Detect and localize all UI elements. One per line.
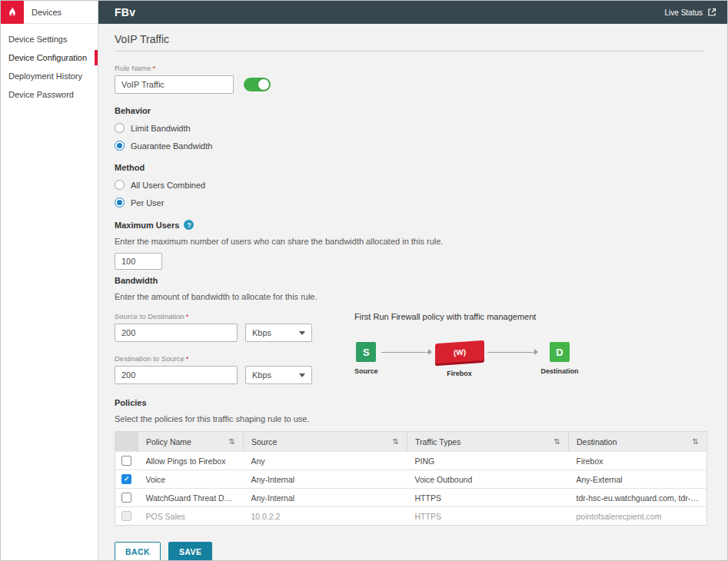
save-button[interactable]: SAVE	[168, 542, 212, 560]
cell-source: Any-Internal	[244, 489, 407, 507]
maximum-users-input[interactable]	[115, 253, 162, 270]
arrow-right-icon	[381, 342, 432, 362]
flame-icon	[6, 6, 18, 18]
sort-icon[interactable]: ⇅	[693, 437, 699, 446]
destination-to-source-label: Destination to Source*	[115, 354, 312, 363]
sort-icon[interactable]: ⇅	[393, 437, 399, 446]
source-to-destination-input[interactable]	[115, 324, 238, 342]
radio-all-users-combined[interactable]: All Users Combined	[115, 180, 705, 190]
cell-source: Any	[244, 452, 407, 470]
sidebar-item-deployment-history[interactable]: Deployment History	[1, 67, 98, 85]
column-header-source[interactable]: Source⇅	[244, 432, 407, 452]
watchguard-logo-button[interactable]	[1, 1, 24, 24]
sidebar: Devices Device Settings Device Configura…	[1, 1, 98, 560]
policy-checkbox[interactable]	[121, 493, 131, 503]
method-label: Method	[115, 163, 705, 172]
sort-icon[interactable]: ⇅	[554, 437, 560, 446]
cell-policy-name: WatchGuard Threat Detectio...	[138, 489, 244, 507]
cell-policy-name: Allow Pings to Firebox	[138, 452, 244, 470]
sidebar-item-device-configuration[interactable]: Device Configuration	[1, 48, 98, 67]
top-header-bar: FBv Live Status	[98, 1, 727, 24]
selected-unit: Kbps	[252, 370, 271, 380]
table-row: WatchGuard Threat Detectio... Any-Intern…	[115, 489, 707, 507]
radio-guarantee-bandwidth[interactable]: Guarantee Bandwidth	[115, 141, 705, 151]
source-to-destination-label: Source to Destination*	[115, 312, 312, 320]
sort-icon[interactable]: ⇅	[229, 437, 235, 446]
firebox-node: (W) Firebox	[435, 342, 484, 377]
cell-destination: tdr-hsc-eu.watchguard.com, tdr-hsc-na.wa…	[569, 489, 707, 507]
page-title: VoIP Traffic	[115, 33, 705, 45]
main-area: FBv Live Status VoIP Traffic Rule Name*	[98, 1, 727, 560]
required-marker: *	[186, 354, 189, 363]
cell-destination: pointofsalerecpient.com	[569, 507, 707, 526]
sidebar-title: Devices	[32, 8, 61, 17]
cell-source: 10.0.2.2	[244, 507, 407, 526]
table-row: POS Sales 10.0.2.2 HTTPS pointofsalerecp…	[115, 507, 707, 526]
cell-destination: Any-External	[569, 470, 707, 489]
live-status-link[interactable]: Live Status	[665, 8, 716, 17]
destination-to-source-unit-select[interactable]: Kbps	[245, 366, 312, 384]
radio-icon	[115, 198, 125, 207]
source-node-label: Source	[354, 367, 378, 375]
policies-description: Select the policies for this traffic sha…	[115, 414, 705, 423]
destination-to-source-input[interactable]	[115, 366, 238, 384]
app-window: Devices Device Settings Device Configura…	[0, 0, 728, 561]
bandwidth-label: Bandwidth	[115, 276, 705, 285]
policy-checkbox[interactable]	[121, 456, 131, 466]
destination-node: D Destination	[541, 342, 579, 375]
destination-node-label: Destination	[541, 367, 579, 375]
back-button[interactable]: BACK	[115, 542, 161, 560]
radio-per-user[interactable]: Per User	[115, 198, 705, 207]
cell-traffic-types: PING	[407, 452, 569, 470]
table-row: Voice Any-Internal Voice Outbound Any-Ex…	[115, 470, 707, 489]
firebox-icon: (W)	[435, 340, 484, 363]
content-panel: VoIP Traffic Rule Name* Behavior Limit B…	[98, 24, 727, 560]
chevron-down-icon	[299, 373, 305, 377]
radio-label: Guarantee Bandwidth	[131, 141, 212, 151]
rule-name-input[interactable]	[115, 75, 234, 94]
cell-traffic-types: HTTPS	[407, 489, 569, 507]
required-marker: *	[186, 312, 189, 320]
bandwidth-description: Enter the amount of bandwidth to allocat…	[115, 292, 705, 301]
external-link-icon	[707, 8, 716, 17]
radio-icon	[115, 141, 125, 151]
radio-label: Limit Bandwidth	[131, 124, 191, 133]
action-buttons: BACK SAVE	[115, 542, 705, 560]
rule-name-row	[115, 75, 705, 94]
policies-label: Policies	[115, 398, 705, 407]
live-status-label: Live Status	[665, 8, 703, 17]
table-header-row: Policy Name⇅ Source⇅ Traffic Types⇅ Dest…	[115, 432, 707, 452]
sidebar-item-device-settings[interactable]: Device Settings	[1, 30, 98, 48]
policy-checkbox[interactable]	[121, 511, 131, 521]
toggle-knob	[258, 79, 269, 90]
source-to-destination-unit-select[interactable]: Kbps	[245, 324, 312, 342]
source-node: S Source	[354, 342, 378, 375]
bandwidth-section: Source to Destination* Kbps Destination …	[115, 301, 705, 384]
destination-to-source-row: Kbps	[115, 366, 312, 384]
policy-checkbox[interactable]	[121, 474, 131, 484]
radio-label: All Users Combined	[131, 181, 205, 190]
arrow-right-icon	[487, 342, 538, 362]
source-square-icon: S	[356, 342, 376, 362]
firebox-node-label: Firebox	[447, 370, 472, 377]
required-marker: *	[153, 64, 156, 72]
column-header-destination[interactable]: Destination⇅	[569, 432, 707, 452]
radio-icon	[115, 180, 125, 190]
radio-limit-bandwidth[interactable]: Limit Bandwidth	[115, 123, 705, 133]
source-to-destination-row: Kbps	[115, 324, 312, 342]
cell-traffic-types: HTTPS	[407, 507, 569, 526]
rule-name-label: Rule Name*	[115, 64, 705, 72]
sidebar-item-device-password[interactable]: Device Password	[1, 85, 98, 104]
cell-source: Any-Internal	[244, 470, 407, 489]
maximum-users-label: Maximum Users ?	[115, 220, 705, 230]
divider	[115, 51, 705, 51]
radio-icon	[115, 123, 125, 133]
help-icon[interactable]: ?	[184, 220, 194, 230]
sidebar-nav: Device Settings Device Configuration Dep…	[1, 24, 98, 104]
rule-enabled-toggle[interactable]	[244, 78, 271, 91]
column-header-traffic-types[interactable]: Traffic Types⇅	[407, 432, 569, 452]
column-header-policy-name[interactable]: Policy Name⇅	[138, 432, 244, 452]
maximum-users-description: Enter the maximum number of users who ca…	[115, 237, 705, 246]
destination-square-icon: D	[550, 342, 570, 362]
cell-policy-name: POS Sales	[138, 507, 244, 526]
